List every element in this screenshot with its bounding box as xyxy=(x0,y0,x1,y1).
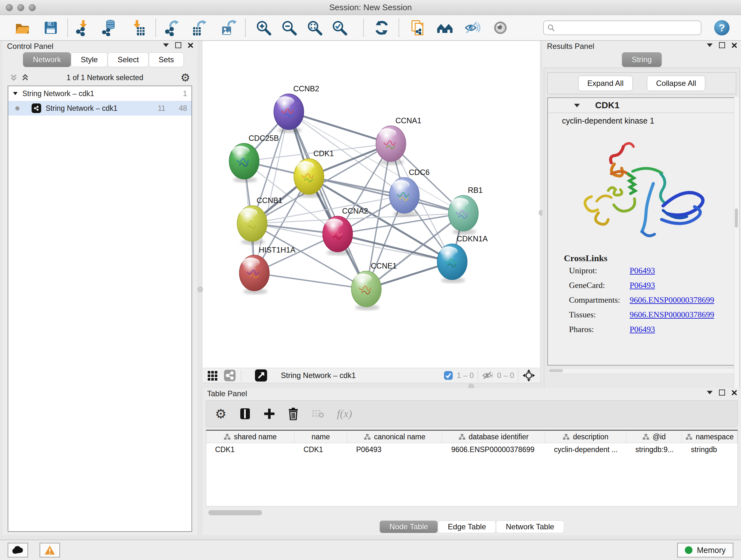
bird-eye-view-icon[interactable] xyxy=(522,369,536,382)
zoom-selected-icon[interactable] xyxy=(331,19,348,36)
refresh-view-icon[interactable] xyxy=(374,19,390,36)
results-horizontal-scrollbar[interactable] xyxy=(547,368,736,374)
warnings-button[interactable] xyxy=(40,543,60,557)
column-header[interactable]: description xyxy=(545,431,626,443)
toolbar-separator xyxy=(67,19,68,37)
search-field[interactable] xyxy=(543,20,701,35)
network-node-CCNB1[interactable] xyxy=(237,206,267,245)
fit-content-icon[interactable] xyxy=(307,19,323,36)
compartments-link[interactable]: 9606.ENSP00000378699 xyxy=(630,295,714,305)
node-label-RB1: RB1 xyxy=(468,186,483,194)
network-node-CDK1[interactable] xyxy=(294,159,324,198)
column-header[interactable]: namespace xyxy=(682,431,738,443)
close-window-button[interactable] xyxy=(6,4,13,11)
node-label-CCNE1: CCNE1 xyxy=(371,261,397,270)
panel-menu-icon[interactable] xyxy=(707,44,713,47)
hidden-eye-icon[interactable] xyxy=(482,371,493,380)
zoom-out-icon[interactable] xyxy=(281,19,297,36)
selected-checkbox-icon[interactable] xyxy=(444,371,453,380)
column-header[interactable]: database identifier xyxy=(442,431,545,443)
string-view-icon[interactable] xyxy=(224,369,236,381)
network-collection-row[interactable]: String Network – cdk1 1 xyxy=(8,86,192,101)
table-options-gear-icon[interactable]: ⚙ xyxy=(215,407,226,421)
genecard-link[interactable]: P06493 xyxy=(630,281,655,290)
export-network-icon[interactable] xyxy=(163,19,180,36)
column-header[interactable]: shared name xyxy=(206,431,294,443)
network-node-HIST1H1A[interactable] xyxy=(239,255,269,294)
table-horizontal-scrollbar[interactable] xyxy=(206,510,738,515)
gene-card: CDK1 cyclin-dependent kinase 1 xyxy=(547,98,736,366)
zoom-in-icon[interactable] xyxy=(255,19,272,36)
tree-expander-icon[interactable] xyxy=(13,91,18,96)
minimize-window-button[interactable] xyxy=(17,4,24,11)
network-edge[interactable] xyxy=(289,112,391,144)
close-panel-icon[interactable] xyxy=(731,390,737,395)
column-header[interactable]: name xyxy=(294,431,347,443)
panel-menu-icon[interactable] xyxy=(163,44,169,47)
memory-button[interactable]: Memory xyxy=(677,543,733,557)
function-builder-icon[interactable]: f(x) xyxy=(337,408,352,420)
tab-string-results[interactable]: String xyxy=(622,52,662,67)
collapse-all-button[interactable]: Collapse All xyxy=(647,76,705,91)
float-panel-icon[interactable] xyxy=(175,42,181,48)
import-network-from-database-icon[interactable] xyxy=(100,19,117,36)
tab-edge-table[interactable]: Edge Table xyxy=(438,520,496,533)
network-node-CCNB2[interactable] xyxy=(274,94,304,133)
grid-view-icon[interactable] xyxy=(207,370,219,381)
detach-view-icon[interactable] xyxy=(255,369,267,382)
cloud-status-button[interactable] xyxy=(8,543,28,557)
network-node-CDC25B[interactable] xyxy=(229,143,259,183)
zoom-window-button[interactable] xyxy=(29,4,36,11)
close-panel-icon[interactable] xyxy=(188,43,193,48)
panel-menu-icon[interactable] xyxy=(707,391,713,394)
delete-column-icon[interactable] xyxy=(288,408,299,420)
hide-unhide-icon[interactable] xyxy=(464,19,480,36)
expand-all-icon[interactable] xyxy=(21,73,29,82)
show-columns-icon[interactable] xyxy=(239,408,251,420)
network-node-CDKN1A[interactable] xyxy=(437,244,467,283)
tissues-link[interactable]: 9606.ENSP00000378699 xyxy=(630,310,714,320)
table-row[interactable]: CDK1 CDK1 P06493 9606.ENSP00000378699 cy… xyxy=(206,443,738,456)
network-node-RB1[interactable] xyxy=(448,195,478,235)
network-row[interactable]: String Network – cdk1 11 48 xyxy=(8,101,192,116)
export-image-icon[interactable] xyxy=(220,19,237,36)
network-node-CCNA1[interactable] xyxy=(376,126,406,165)
uniprot-link[interactable]: P06493 xyxy=(630,266,655,275)
column-header[interactable]: @id xyxy=(626,431,682,443)
network-edge[interactable] xyxy=(289,112,366,289)
gene-card-header[interactable]: CDK1 xyxy=(548,98,736,113)
pharos-link[interactable]: P06493 xyxy=(630,325,655,334)
network-node-CCNA2[interactable] xyxy=(323,216,353,255)
tab-network[interactable]: Network xyxy=(23,52,71,67)
float-panel-icon[interactable] xyxy=(719,42,725,48)
delete-table-icon[interactable] xyxy=(312,409,324,419)
collapse-all-icon[interactable] xyxy=(10,73,18,82)
warning-icon xyxy=(44,545,56,555)
add-column-icon[interactable] xyxy=(264,408,275,420)
tab-node-table[interactable]: Node Table xyxy=(380,520,438,533)
network-canvas[interactable]: CCNB2CCNA1CDC25BCDK1CDC6RB1CCNB1CCNA2CDK… xyxy=(203,41,540,368)
network-options-gear-icon[interactable]: ⚙ xyxy=(181,71,190,84)
share-document-icon[interactable] xyxy=(409,19,426,36)
left-splitter-handle[interactable] xyxy=(198,287,203,292)
tab-sets[interactable]: Sets xyxy=(149,52,184,67)
column-header[interactable]: canonical name xyxy=(347,431,442,443)
help-icon[interactable]: ? xyxy=(714,19,730,36)
float-panel-icon[interactable] xyxy=(719,389,725,395)
import-table-from-file-icon[interactable] xyxy=(129,19,146,36)
lens-icon[interactable] xyxy=(492,19,509,36)
expand-all-button[interactable]: Expand All xyxy=(578,76,633,91)
collapse-gene-icon[interactable] xyxy=(574,104,580,107)
open-session-icon[interactable] xyxy=(14,19,30,36)
save-session-icon[interactable] xyxy=(43,19,59,36)
string-home-icon[interactable] xyxy=(436,19,453,36)
network-node-CCNE1[interactable] xyxy=(351,271,381,310)
tab-style[interactable]: Style xyxy=(71,52,108,67)
tab-network-table[interactable]: Network Table xyxy=(496,520,564,533)
search-input[interactable] xyxy=(555,23,697,33)
close-panel-icon[interactable] xyxy=(731,43,737,48)
export-table-icon[interactable] xyxy=(191,19,207,36)
network-edge[interactable] xyxy=(254,273,366,289)
import-network-from-file-icon[interactable] xyxy=(74,19,91,36)
tab-select[interactable]: Select xyxy=(108,52,149,67)
